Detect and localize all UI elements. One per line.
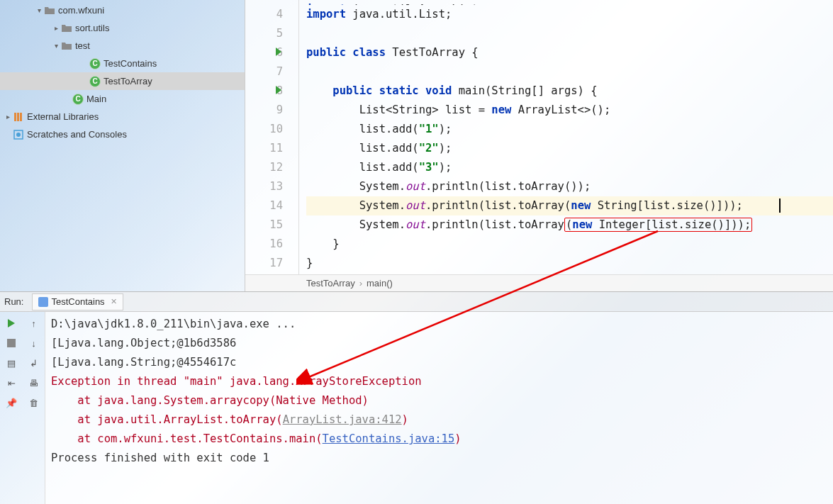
tree-item-label: com.wfxuni	[58, 5, 104, 16]
stacktrace-link[interactable]: TestContains.java:15	[323, 432, 455, 445]
run-tab-label: TestContains	[51, 296, 104, 307]
error-highlight-box: (new Integer[list.size()]));	[564, 218, 752, 232]
run-toolbar-left: ▤ ⇤ 📌	[0, 312, 23, 504]
scratch-icon	[13, 129, 24, 140]
tree-item-label: Main	[86, 94, 106, 104]
console-line: Process finished with exit code 1	[51, 449, 827, 468]
class-icon: C	[72, 94, 84, 105]
code-line[interactable]: System.out.println(list.toArray(new Inte…	[306, 215, 833, 235]
chevron-right-icon[interactable]: ▸	[51, 24, 61, 32]
folder-icon	[61, 23, 72, 34]
library-icon	[13, 111, 24, 123]
breadcrumb-separator: ›	[359, 278, 362, 289]
stop-button[interactable]	[4, 336, 18, 350]
close-icon[interactable]: ✕	[111, 297, 117, 306]
editor-gutter: 4567891011121314151617	[245, 0, 299, 274]
svg-rect-0	[14, 113, 16, 121]
tree-item-label: External Libraries	[27, 111, 99, 122]
tree-item[interactable]: ▸External Libraries	[0, 108, 245, 125]
gutter-line[interactable]: 7	[245, 62, 283, 82]
code-line[interactable]: import java.util.List;	[306, 5, 833, 24]
layout-button[interactable]: ▤	[4, 356, 18, 370]
tree-item-label: sort.utils	[75, 23, 109, 33]
chevron-right-icon[interactable]: ▸	[3, 113, 13, 121]
code-line[interactable]: System.out.println(list.toArray(new Stri…	[306, 196, 833, 215]
stacktrace-link[interactable]: ArrayList.java:412	[283, 413, 402, 426]
tree-item[interactable]: ▾test	[0, 37, 245, 55]
console-line: [Ljava.lang.String;@4554617c	[51, 353, 827, 372]
wrap-button[interactable]: ↲	[27, 356, 41, 370]
up-button[interactable]: ↑	[27, 316, 41, 330]
console-line: Exception in thread "main" java.lang.Arr…	[51, 372, 827, 391]
gutter-line[interactable]: 16	[245, 235, 283, 254]
tree-item[interactable]: ▸sort.utils	[0, 19, 245, 37]
folder-icon	[61, 40, 72, 52]
gutter-line[interactable]: 13	[245, 177, 283, 196]
run-tab[interactable]: TestContains ✕	[32, 293, 123, 310]
editor-code[interactable]: import java.util.ArrayList;import java.u…	[299, 0, 833, 274]
code-line[interactable]	[306, 62, 833, 82]
run-gutter-icon[interactable]	[276, 47, 281, 56]
code-line[interactable]: public static void main(String[] args) {	[306, 82, 833, 101]
chevron-down-icon[interactable]: ▾	[34, 6, 44, 14]
gutter-line[interactable]: 4	[245, 5, 283, 24]
tree-item-label: Scratches and Consoles	[27, 129, 127, 140]
project-tree[interactable]: ▾com.wfxuni▸sort.utils▾testCTestContains…	[0, 0, 245, 291]
code-line[interactable]	[306, 24, 833, 43]
run-tool-window[interactable]: Run: TestContains ✕ ▤ ⇤ 📌 ↑ ↓ ↲ 🖶 🗑 D:\j…	[0, 291, 833, 504]
code-line[interactable]: List<String> list = new ArrayList<>();	[306, 101, 833, 120]
console-line: [Ljava.lang.Object;@1b6d3586	[51, 334, 827, 353]
svg-rect-2	[20, 113, 22, 121]
gutter-line[interactable]: 14	[245, 196, 283, 215]
gutter-line[interactable]: 9	[245, 101, 283, 120]
svg-rect-1	[17, 113, 19, 121]
svg-rect-5	[7, 339, 16, 347]
tree-item[interactable]: CTestToArray	[0, 72, 245, 90]
breadcrumb-class[interactable]: TestToArray	[306, 278, 355, 289]
tree-item-label: TestToArray	[104, 76, 152, 86]
trash-button[interactable]: 🗑	[27, 396, 41, 410]
code-line[interactable]: list.add("1");	[306, 120, 833, 139]
console-line: at java.lang.System.arraycopy(Native Met…	[51, 391, 827, 410]
console-line: at com.wfxuni.test.TestContains.main(Tes…	[51, 430, 827, 449]
class-icon: C	[89, 76, 101, 87]
gutter-line[interactable]: 10	[245, 120, 283, 139]
console-output[interactable]: D:\java\jdk1.8.0_211\bin\java.exe ...[Lj…	[45, 312, 833, 504]
down-button[interactable]: ↓	[27, 336, 41, 350]
gutter-line[interactable]: 5	[245, 24, 283, 43]
code-line[interactable]: }	[306, 254, 833, 273]
run-config-icon	[38, 297, 48, 307]
print-button[interactable]: 🖶	[27, 376, 41, 390]
code-line[interactable]: }	[306, 235, 833, 254]
gutter-line[interactable]: 15	[245, 215, 283, 235]
run-label: Run:	[4, 296, 23, 307]
tree-item[interactable]: Scratches and Consoles	[0, 125, 245, 143]
rerun-button[interactable]	[4, 316, 18, 330]
code-line[interactable]: list.add("2");	[306, 139, 833, 158]
run-toolbar-mid: ↑ ↓ ↲ 🖶 🗑	[23, 312, 45, 504]
pin-button[interactable]: 📌	[4, 396, 18, 410]
code-editor[interactable]: 4567891011121314151617 import java.util.…	[245, 0, 833, 291]
folder-icon	[44, 5, 55, 16]
svg-point-4	[16, 133, 21, 137]
gutter-line[interactable]: 17	[245, 254, 283, 273]
console-line: at java.util.ArrayList.toArray(ArrayList…	[51, 410, 827, 430]
gutter-line[interactable]: 12	[245, 158, 283, 177]
tree-item[interactable]: ▾com.wfxuni	[0, 1, 245, 19]
chevron-down-icon[interactable]: ▾	[51, 42, 61, 50]
code-line[interactable]: list.add("3");	[306, 158, 833, 177]
exit-button[interactable]: ⇤	[4, 376, 18, 390]
breadcrumb-method[interactable]: main()	[367, 278, 393, 289]
code-line[interactable]: System.out.println(list.toArray());	[306, 177, 833, 196]
gutter-line[interactable]: 11	[245, 139, 283, 158]
tree-item-label: test	[75, 40, 90, 51]
class-icon: C	[89, 58, 101, 69]
tree-item[interactable]: CTestContains	[0, 55, 245, 72]
tree-item-label: TestContains	[104, 58, 157, 69]
gutter-line[interactable]: 6	[245, 43, 283, 62]
code-line[interactable]: public class TestToArray {	[306, 43, 833, 62]
tree-item[interactable]: CMain	[0, 90, 245, 108]
run-gutter-icon[interactable]	[276, 86, 281, 94]
gutter-line[interactable]: 8	[245, 82, 283, 101]
breadcrumb[interactable]: TestToArray › main()	[245, 274, 833, 291]
